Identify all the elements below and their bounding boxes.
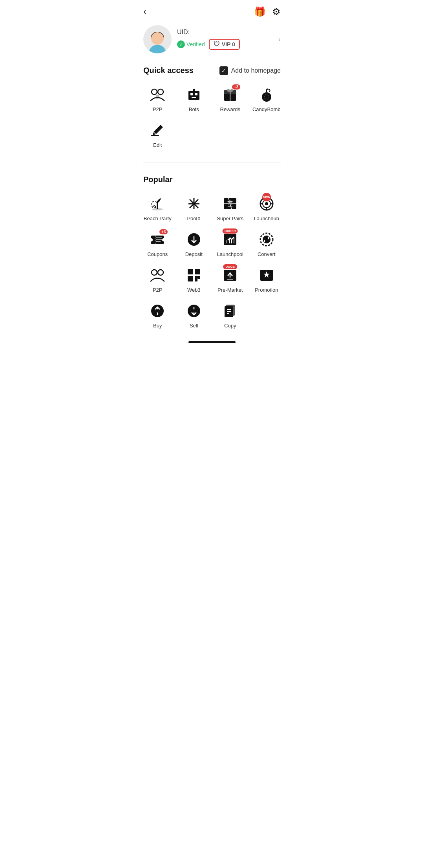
popular-section: Popular Beach Party bbox=[135, 166, 289, 333]
svg-point-34 bbox=[150, 238, 153, 241]
profile-info: UID: ✓ Verified 🛡 VIP 0 bbox=[177, 29, 273, 50]
quick-item-edit[interactable]: Edit bbox=[139, 117, 176, 153]
popular-item-convert-label: Convert bbox=[258, 251, 276, 257]
avatar[interactable] bbox=[143, 25, 172, 53]
profile-chevron[interactable]: › bbox=[278, 35, 281, 44]
back-button[interactable]: ‹ bbox=[143, 7, 146, 17]
popular-item-coupons[interactable]: +3 Coupons bbox=[139, 226, 176, 262]
verified-icon: ✓ bbox=[177, 40, 185, 48]
profile-section: UID: ✓ Verified 🛡 VIP 0 › bbox=[135, 20, 289, 63]
popular-header: Popular bbox=[135, 175, 289, 190]
quick-access-title: Quick access bbox=[143, 66, 194, 75]
popular-item-launchpool-label: Launchpool bbox=[217, 251, 243, 257]
poolx-icon bbox=[185, 195, 203, 212]
svg-rect-48 bbox=[195, 269, 200, 274]
vip-label: VIP 0 bbox=[222, 41, 235, 48]
svg-point-46 bbox=[158, 270, 163, 275]
bottom-bar bbox=[135, 333, 289, 347]
launchhub-icon: NEW bbox=[258, 195, 275, 212]
verified-label: Verified bbox=[186, 41, 205, 48]
svg-point-12 bbox=[262, 92, 271, 102]
popular-item-buy[interactable]: Buy bbox=[139, 298, 176, 333]
svg-point-45 bbox=[152, 270, 157, 275]
svg-rect-16 bbox=[151, 135, 159, 136]
popular-item-coupons-label: Coupons bbox=[147, 251, 168, 257]
quick-item-rewards[interactable]: +3 Rewards bbox=[212, 81, 249, 117]
popular-item-super-pairs[interactable]: Super Pairs bbox=[212, 190, 249, 226]
popular-item-p2p[interactable]: P2P bbox=[139, 262, 176, 298]
svg-point-35 bbox=[162, 238, 165, 241]
web3-icon bbox=[185, 267, 203, 284]
vip-badge[interactable]: 🛡 VIP 0 bbox=[209, 39, 240, 50]
uid-row: UID: bbox=[177, 29, 273, 36]
popular-item-promotion-label: Promotion bbox=[255, 287, 278, 293]
svg-point-59 bbox=[192, 309, 196, 312]
gift-icon[interactable]: 🎁 bbox=[254, 6, 266, 17]
badges-row: ✓ Verified 🛡 VIP 0 bbox=[177, 39, 273, 50]
popular-item-p2p-label: P2P bbox=[153, 287, 163, 293]
popular-item-web3[interactable]: Web3 bbox=[176, 262, 212, 298]
popular-item-launchhub[interactable]: NEW Launchhub bbox=[249, 190, 285, 226]
rewards-badge: +3 bbox=[232, 84, 240, 90]
popular-item-promotion[interactable]: Promotion bbox=[249, 262, 285, 298]
quick-item-bots-label: Bots bbox=[189, 106, 199, 112]
quick-item-p2p-label: P2P bbox=[153, 106, 163, 112]
svg-rect-3 bbox=[188, 91, 199, 100]
popular-item-beach-party-label: Beach Party bbox=[144, 216, 172, 221]
add-homepage-control[interactable]: ✓ Add to homepage bbox=[219, 66, 281, 75]
svg-rect-42 bbox=[224, 234, 236, 245]
popular-item-sell-label: Sell bbox=[190, 323, 198, 329]
popular-item-poolx[interactable]: PoolX bbox=[176, 190, 212, 226]
buy-icon bbox=[149, 302, 166, 320]
svg-rect-52 bbox=[195, 279, 197, 281]
popular-item-sell[interactable]: Sell bbox=[176, 298, 212, 333]
popular-item-copy[interactable]: Copy bbox=[212, 298, 249, 333]
candybomb-icon bbox=[258, 86, 275, 103]
quick-item-candybomb[interactable]: CandyBomb bbox=[249, 81, 285, 117]
popular-item-pre-market-label: Pre-Market bbox=[217, 287, 243, 293]
launchhub-new-badge: NEW bbox=[262, 193, 271, 201]
settings-icon[interactable]: ⚙ bbox=[272, 6, 281, 17]
svg-rect-4 bbox=[190, 93, 193, 95]
beach-party-icon bbox=[149, 195, 166, 212]
rewards-icon: +3 bbox=[221, 86, 239, 103]
verified-badge: ✓ Verified bbox=[177, 40, 205, 48]
quick-item-bots[interactable]: Bots bbox=[176, 81, 212, 117]
p2p-icon bbox=[149, 86, 166, 103]
edit-icon bbox=[149, 122, 166, 139]
quick-item-rewards-label: Rewards bbox=[220, 106, 240, 112]
svg-rect-6 bbox=[192, 97, 196, 98]
quick-access-grid: P2P Bots +3 bbox=[135, 81, 289, 159]
svg-rect-50 bbox=[195, 276, 197, 279]
popular-item-launchpool[interactable]: ORDER Launchpool bbox=[212, 226, 249, 262]
quick-item-p2p[interactable]: P2P bbox=[139, 81, 176, 117]
pre-market-icon: DOGS bbox=[221, 267, 239, 284]
popular-item-deposit-label: Deposit bbox=[185, 251, 203, 257]
popular-item-pre-market[interactable]: DOGS Pre-Market bbox=[212, 262, 249, 298]
popular-title: Popular bbox=[143, 175, 172, 184]
svg-point-28 bbox=[265, 202, 268, 205]
section-divider bbox=[143, 162, 281, 163]
p2p2-icon bbox=[149, 267, 166, 284]
popular-item-copy-label: Copy bbox=[224, 323, 236, 329]
copy-icon bbox=[221, 302, 239, 320]
quick-item-candybomb-label: CandyBomb bbox=[252, 106, 281, 112]
popular-item-beach-party[interactable]: Beach Party bbox=[139, 190, 176, 226]
popular-item-buy-label: Buy bbox=[153, 323, 162, 329]
add-homepage-checkbox[interactable]: ✓ bbox=[219, 66, 228, 75]
svg-point-1 bbox=[158, 89, 163, 95]
quick-access-header: Quick access ✓ Add to homepage bbox=[135, 66, 289, 81]
svg-rect-47 bbox=[188, 269, 193, 274]
promotion-icon bbox=[258, 267, 275, 284]
svg-point-0 bbox=[152, 89, 157, 95]
svg-rect-5 bbox=[195, 93, 197, 95]
svg-rect-51 bbox=[197, 276, 200, 279]
add-homepage-label: Add to homepage bbox=[231, 67, 281, 74]
popular-item-deposit[interactable]: Deposit bbox=[176, 226, 212, 262]
popular-item-convert[interactable]: Convert bbox=[249, 226, 285, 262]
header-icons: 🎁 ⚙ bbox=[254, 6, 281, 17]
svg-point-44 bbox=[263, 236, 270, 243]
deposit-icon bbox=[185, 231, 203, 248]
sell-icon bbox=[185, 302, 203, 320]
popular-item-poolx-label: PoolX bbox=[187, 216, 201, 221]
